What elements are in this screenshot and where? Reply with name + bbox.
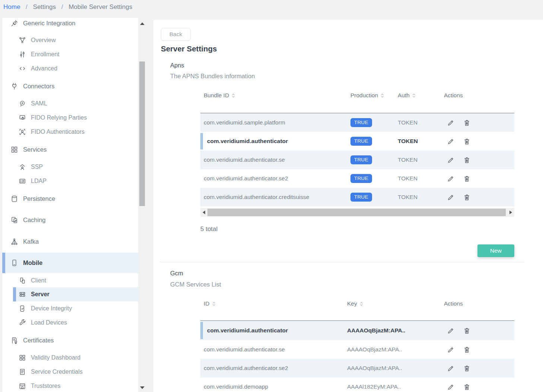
column-header-key[interactable]: Key [347,300,444,307]
edit-icon[interactable] [447,119,455,127]
person-home-icon [19,163,26,171]
delete-icon[interactable] [463,137,471,145]
table-row[interactable]: com.veridiumid.authenticator.se AAAAOqBj… [200,340,514,359]
edit-icon[interactable] [447,364,455,372]
apns-section-description: The APNS Bundles information [170,73,255,80]
column-header-actions: Actions [444,92,514,99]
saml-icon [19,100,26,107]
breadcrumb-home[interactable]: Home [3,3,20,10]
enrollment-icon [19,51,26,58]
section-divider [160,262,524,262]
grid-icon [10,146,18,154]
sidebar-item-saml[interactable]: SAML [2,97,138,111]
grid-icon [19,354,26,361]
edit-icon[interactable] [447,137,455,145]
back-button[interactable]: Back [161,28,191,41]
sidebar-item-ssp[interactable]: SSP [2,160,138,174]
sidebar: Generic Integration Overview Enrollment … [2,18,138,392]
column-header-id[interactable]: ID [200,300,347,307]
delete-icon[interactable] [463,327,471,335]
delete-icon[interactable] [463,193,471,201]
page-title: Server Settings [161,44,217,53]
sidebar-item-server[interactable]: Server [2,287,138,301]
sidebar-item-generic-integration[interactable]: Generic Integration [2,18,138,30]
table-row[interactable]: com.veridiumid.demoapp AAAAl182EyM:APA.. [200,377,514,392]
apns-table: com.veridiumid.sample.platform TRUE TOKE… [200,113,514,206]
gcm-section-description: GCM Services List [170,281,221,288]
edit-icon[interactable] [447,193,455,201]
scroll-down-arrow-icon[interactable] [140,386,145,389]
sidebar-item-load-devices[interactable]: Load Devices [2,316,138,330]
sidebar-item-truststores[interactable]: Truststores [2,379,138,392]
phone-check-icon [19,305,26,312]
overview-icon [19,37,26,44]
delete-icon[interactable] [463,346,471,354]
certificate-icon [10,336,18,344]
sidebar-scrollbar-thumb[interactable] [139,61,145,206]
sort-icon [231,92,235,99]
sidebar-item-device-integrity[interactable]: Device Integrity [2,301,138,316]
breadcrumb-settings[interactable]: Settings [33,3,56,10]
screen-lock-icon [19,114,26,121]
scroll-right-arrow-icon[interactable] [509,211,512,214]
devices-icon [19,277,26,284]
apns-section-heading: Apns [170,62,184,69]
edit-icon[interactable] [447,156,455,164]
table-row-selected[interactable]: com.veridiumid.authenticator AAAAOqBjazM… [200,321,514,340]
sidebar-item-certificates[interactable]: Certificates [2,333,138,347]
sidebar-item-caching[interactable]: Caching [2,213,138,227]
code-icon [19,65,26,72]
edit-icon[interactable] [447,383,455,391]
sidebar-item-mobile[interactable]: Mobile [2,253,138,273]
breadcrumb-separator: / [26,3,28,10]
sidebar-item-kafka[interactable]: Kafka [2,234,138,249]
edit-icon[interactable] [447,175,455,183]
integration-icon [10,19,18,27]
sidebar-item-ldap[interactable]: LDAP [2,174,138,188]
table-row-selected[interactable]: com.veridiumid.authenticator TRUE TOKEN [200,132,514,151]
new-button[interactable]: New [477,244,514,257]
sidebar-scrollbar[interactable] [138,18,146,392]
sort-icon [412,92,416,99]
nodes-icon [10,238,18,246]
breadcrumb-current: Mobile Server Settings [69,3,132,10]
edit-icon[interactable] [447,346,455,354]
sidebar-item-advanced[interactable]: Advanced [2,61,138,76]
documents-icon [10,216,18,224]
edit-icon[interactable] [447,327,455,335]
delete-icon[interactable] [463,383,471,391]
table-row[interactable]: com.veridiumid.authenticator.se2 TRUE TO… [200,169,514,188]
apns-table-header: Bundle ID Production Auth Actions [200,90,514,101]
table-row[interactable]: com.veridiumid.sample.platform TRUE TOKE… [200,113,514,132]
sidebar-item-validity-dashboard[interactable]: Validity Dashboard [2,351,138,365]
sidebar-item-persistence[interactable]: Persistence [2,192,138,206]
sidebar-item-fido-relying-parties[interactable]: FIDO Relying Parties [2,111,138,125]
breadcrumb: Home / Settings / Mobile Server Settings [3,3,132,11]
scroll-up-arrow-icon[interactable] [140,22,145,25]
document-lines-icon [19,368,26,376]
sidebar-item-service-credentials[interactable]: Service Credentials [2,365,138,379]
sidebar-item-services[interactable]: Services [2,142,138,157]
sidebar-item-overview[interactable]: Overview [2,33,138,47]
column-header-production[interactable]: Production [350,92,398,99]
scroll-left-arrow-icon[interactable] [203,211,205,214]
wrench-icon [19,319,26,326]
gcm-table-header: ID Key Actions [200,298,514,309]
sidebar-item-connectors[interactable]: Connectors [2,79,138,93]
column-header-bundle-id[interactable]: Bundle ID [200,92,350,99]
sidebar-item-client[interactable]: Client [2,274,138,288]
sidebar-item-enrollment[interactable]: Enrollment [2,47,138,61]
table-row[interactable]: com.veridiumid.authenticator.creditsuiss… [200,188,514,206]
delete-icon[interactable] [463,119,471,127]
delete-icon[interactable] [463,156,471,164]
horizontal-scrollbar[interactable] [200,208,514,217]
table-row[interactable]: com.veridiumid.authenticator.se2 AAAAOqB… [200,359,514,377]
table-row[interactable]: com.veridiumid.authenticator.se TRUE TOK… [200,151,514,169]
delete-icon[interactable] [463,175,471,183]
column-header-auth[interactable]: Auth [398,92,444,99]
horizontal-scrollbar-thumb[interactable] [207,209,506,216]
sidebar-item-fido-authenticators[interactable]: FIDO Authenticators [2,125,138,139]
mobile-server-settings-page: Home / Settings / Mobile Server Settings… [0,0,543,392]
sort-icon [380,92,384,99]
delete-icon[interactable] [463,364,471,372]
